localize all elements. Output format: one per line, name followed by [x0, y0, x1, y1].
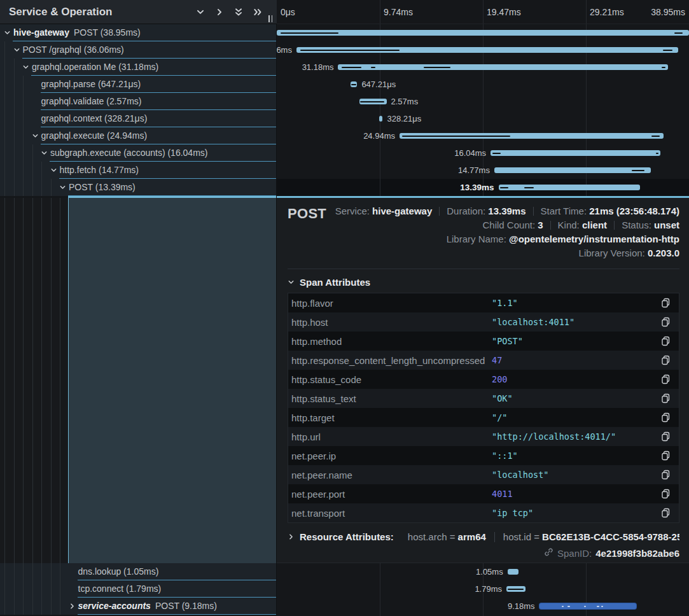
- ruler-tick-label: 0μs: [281, 0, 295, 24]
- attribute-key: net.transport: [288, 508, 492, 519]
- copy-icon[interactable]: [661, 412, 671, 423]
- span-bar[interactable]: [296, 47, 678, 53]
- span-meta-line: Library Version: 0.203.0: [288, 246, 679, 260]
- attribute-row: net.peer.ip"::1": [288, 446, 679, 465]
- chevron-down-icon[interactable]: [22, 64, 29, 71]
- span-bar[interactable]: [508, 569, 518, 575]
- indent-guide: [14, 598, 15, 615]
- indent-guide: [23, 563, 24, 580]
- span-bar[interactable]: [338, 64, 668, 70]
- copy-icon[interactable]: [661, 298, 671, 308]
- service-name: service-accounts: [78, 601, 151, 611]
- copy-icon[interactable]: [661, 374, 671, 384]
- span-duration-label: 16.04ms: [454, 144, 486, 162]
- span-bar[interactable]: [506, 586, 525, 592]
- span-bar[interactable]: [400, 133, 664, 139]
- indent-guide: [4, 144, 5, 162]
- span-name-cell[interactable]: graphql.execute (24.94ms): [0, 127, 276, 144]
- copy-icon[interactable]: [661, 489, 671, 499]
- copy-icon[interactable]: [661, 317, 671, 327]
- double-chevron-down-icon[interactable]: [234, 8, 243, 17]
- copy-icon[interactable]: [661, 336, 671, 346]
- chevron-down-icon[interactable]: [196, 8, 205, 17]
- indent-guide: [14, 580, 15, 598]
- copy-icon[interactable]: [661, 470, 671, 480]
- detail-divider: [288, 269, 679, 269]
- trace-viewer: hive-gatewayPOST (38.95ms)38.95msPOST /g…: [0, 0, 689, 616]
- span-name-cell[interactable]: hive-gatewayPOST (38.95ms): [0, 24, 276, 41]
- copy-icon[interactable]: [661, 355, 671, 365]
- column-resize-grip[interactable]: [268, 15, 274, 22]
- indent-guide: [32, 179, 33, 196]
- chevron-down-icon[interactable]: [4, 29, 11, 36]
- attribute-row: http.method"POST": [288, 332, 679, 351]
- copy-icon[interactable]: [661, 431, 671, 442]
- span-name-cell[interactable]: graphql.validate (2.57ms): [0, 93, 276, 110]
- span-name-cell[interactable]: graphql.parse (647.21μs): [0, 76, 276, 93]
- span-bar[interactable]: [499, 185, 641, 190]
- indent-guide: [41, 179, 42, 196]
- span-name-cell[interactable]: subgraph.execute (accounts) (16.04ms): [0, 144, 276, 162]
- attribute-value: "::1": [492, 451, 661, 461]
- span-name-cell[interactable]: http.fetch (14.77ms): [0, 162, 276, 179]
- column-divider: [276, 0, 277, 616]
- span-name-cell[interactable]: service-accountsPOST (9.18ms): [0, 598, 276, 615]
- span-bar[interactable]: [277, 30, 689, 36]
- span-id-row: SpanID: 4e21998f3b82abe6: [288, 547, 679, 559]
- indent-guide: [51, 179, 52, 196]
- copy-icon[interactable]: [661, 393, 671, 403]
- chevron-right-icon[interactable]: [215, 8, 224, 17]
- meta-separator: [550, 221, 551, 230]
- span-name-label: POST /graphql (36.06ms): [23, 41, 124, 59]
- resource-value: BC62E13B-C4CC-5854-9788-256...: [542, 531, 679, 542]
- meta-value: hive-gateway: [372, 206, 432, 216]
- indent-guide: [4, 93, 5, 110]
- span-bar[interactable]: [494, 167, 651, 173]
- indent-guide: [14, 198, 15, 563]
- meta-label: Library Name:: [447, 234, 509, 244]
- chevron-down-icon[interactable]: [50, 167, 57, 174]
- span-name-cell[interactable]: tcp.connect (1.79ms): [0, 580, 276, 598]
- meta-label: Kind:: [558, 220, 582, 230]
- chevron-down-icon[interactable]: [41, 150, 48, 157]
- span-name-cell[interactable]: dns.lookup (1.05ms): [0, 563, 276, 580]
- meta-separator: [439, 207, 440, 216]
- span-row: POST /graphql (36.06ms)36.06ms: [0, 41, 689, 59]
- child-span-marker: [663, 50, 672, 51]
- child-span-marker: [662, 67, 665, 68]
- span-name-cell[interactable]: graphql.operation Me (31.18ms): [0, 59, 276, 76]
- span-bar[interactable]: [379, 116, 382, 122]
- span-name-label: graphql.context (328.21μs): [41, 110, 148, 127]
- span-bar[interactable]: [359, 99, 387, 104]
- span-name-cell[interactable]: graphql.context (328.21μs): [0, 110, 276, 127]
- span-name-cell[interactable]: POST (13.39ms): [0, 179, 276, 196]
- indent-guide: [14, 93, 15, 110]
- attribute-value: "1.1": [492, 298, 661, 308]
- chevron-down-icon[interactable]: [59, 184, 66, 191]
- chevron-down-icon[interactable]: [13, 46, 20, 53]
- indent-guide: [60, 563, 60, 580]
- child-span-marker: [674, 32, 683, 34]
- attribute-key: http.url: [288, 431, 492, 442]
- copy-icon[interactable]: [661, 451, 671, 461]
- indent-guide: [14, 76, 15, 93]
- chevron-down-icon[interactable]: [32, 132, 39, 139]
- span-row: POST (13.39ms)13.39ms: [0, 179, 689, 196]
- link-icon[interactable]: [544, 547, 553, 559]
- chevron-right-icon[interactable]: [69, 603, 76, 610]
- child-span-marker: [342, 67, 361, 68]
- indent-guide: [4, 598, 5, 615]
- span-bar[interactable]: [491, 150, 660, 156]
- attribute-row: net.transport"ip_tcp": [288, 503, 679, 522]
- span-name-cell[interactable]: POST /graphql (36.06ms): [0, 41, 276, 59]
- span-bar[interactable]: [351, 81, 358, 87]
- copy-icon[interactable]: [661, 508, 671, 518]
- indent-guide: [41, 563, 42, 580]
- resource-attributes-toggle[interactable]: Resource Attributes: host.arch = arm64ho…: [288, 531, 679, 542]
- double-chevron-right-icon[interactable]: [253, 8, 262, 17]
- span-attributes-toggle[interactable]: Span Attributes: [288, 277, 679, 288]
- span-bar[interactable]: [539, 603, 637, 609]
- span-name-label: POST (13.39ms): [69, 179, 136, 196]
- resource-separator: [494, 532, 495, 542]
- attribute-key: http.status_code: [288, 374, 492, 385]
